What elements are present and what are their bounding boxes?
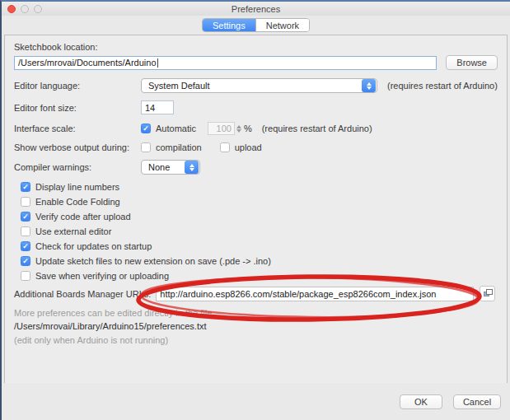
option-label: Display line numbers [35,182,119,192]
upload-checkbox[interactable]: upload [220,142,262,152]
window-title: Preferences [2,4,510,14]
verify-code-after-upload-option[interactable]: Verify code after upload [21,212,498,222]
preferences-window: Preferences Settings Network Sketchbook … [0,0,510,420]
display-line-numbers-option[interactable]: Display line numbers [21,182,498,192]
check-for-updates-option[interactable]: Check for updates on startup [21,241,498,251]
interface-scale-label: Interface scale: [14,124,141,133]
edit-only-note: (edit only when Arduino is not running) [14,335,498,345]
more-preferences-note: More preferences can be edited directly … [14,308,498,318]
editor-language-select[interactable]: System Default [141,78,377,93]
sketchbook-location-input[interactable]: /Users/mrovai/Documents/Arduino [14,56,437,70]
editor-font-size-value: 14 [145,103,155,113]
sketchbook-row: /Users/mrovai/Documents/Arduino Browse [14,55,498,70]
editor-language-row: Editor language: System Default (require… [14,78,498,93]
checkbox-box[interactable] [141,124,151,133]
option-label: Save when verifying or uploading [35,271,169,281]
compiler-warnings-select[interactable]: None [141,160,200,175]
enable-code-folding-option[interactable]: Enable Code Folding [21,197,498,207]
boards-manager-urls-value: http://arduino.esp8266.com/stable/packag… [160,289,436,299]
update-sketch-files-option[interactable]: Update sketch files to new extension on … [21,256,498,266]
preferences-file-path: /Users/mrovai/Library/Arduino15/preferen… [14,321,498,331]
checkbox-box[interactable] [220,142,230,152]
window-icon [486,289,493,295]
checkbox-box[interactable] [21,182,30,192]
interface-scale-row: Interface scale: Automatic 100 % (requir… [14,122,498,135]
automatic-label: Automatic [156,124,196,133]
editor-language-value: System Default [148,81,355,91]
compiler-warnings-label: Compiler warnings: [14,162,141,172]
editor-language-label: Editor language: [14,81,141,91]
boards-manager-row: Additional Boards Manager URLs: http://a… [14,286,498,301]
browse-button[interactable]: Browse [446,55,498,70]
dropdown-stepper-icon [185,161,199,174]
boards-manager-urls-input[interactable]: http://arduino.esp8266.com/stable/packag… [156,287,474,301]
verbose-output-row: Show verbose output during: compilation … [14,142,498,152]
scale-value-input: 100 [208,122,235,135]
checkbox-box[interactable] [21,226,30,236]
save-when-verifying-option[interactable]: Save when verifying or uploading [21,271,498,281]
checkbox-box[interactable] [21,197,30,207]
verbose-output-label: Show verbose output during: [14,142,141,152]
tab-segmented-control: Settings Network [202,18,310,32]
tab-settings[interactable]: Settings [203,19,255,31]
cancel-button[interactable]: Cancel [453,394,501,409]
percent-label: % [244,124,252,133]
editor-font-size-row: Editor font size: 14 [14,100,498,114]
compilation-label: compilation [156,142,202,152]
checkbox-box[interactable] [21,212,30,222]
option-label: Use external editor [35,226,111,236]
editor-font-size-input[interactable]: 14 [141,100,174,114]
sketchbook-location-value: /Users/mrovai/Documents/Arduino [18,58,157,68]
boards-manager-label: Additional Boards Manager URLs: [14,289,151,299]
scale-stepper-icon[interactable] [236,125,241,133]
use-external-editor-option[interactable]: Use external editor [21,226,498,236]
ok-button[interactable]: OK [400,394,442,409]
open-urls-window-button[interactable] [480,286,495,301]
action-bar: OK Cancel [2,383,510,420]
scale-restart-note: (requires restart of Arduino) [262,124,372,133]
tab-network[interactable]: Network [255,19,309,31]
compiler-warnings-row: Compiler warnings: None [14,160,498,175]
sketchbook-location-label: Sketchbook location: [14,42,498,52]
language-restart-note: (requires restart of Arduino) [387,81,498,91]
checkbox-box[interactable] [141,142,151,152]
option-label: Enable Code Folding [35,197,120,207]
checkbox-box[interactable] [21,241,30,251]
upload-label: upload [235,142,262,152]
options-checkbox-list: Display line numbers Enable Code Folding… [21,182,498,281]
title-bar: Preferences [2,2,510,16]
dropdown-stepper-icon [362,79,376,92]
compilation-checkbox[interactable]: compilation [141,142,202,152]
option-label: Verify code after upload [35,212,131,222]
option-label: Update sketch files to new extension on … [35,256,271,266]
checkbox-box[interactable] [21,271,30,281]
text-caret [157,58,158,68]
settings-panel: Sketchbook location: /Users/mrovai/Docum… [4,35,508,385]
checkbox-box[interactable] [21,256,30,266]
editor-font-size-label: Editor font size: [14,103,141,113]
option-label: Check for updates on startup [35,241,152,251]
compiler-warnings-value: None [148,162,178,172]
automatic-checkbox[interactable]: Automatic [141,124,196,133]
tab-strip: Settings Network [2,16,510,35]
